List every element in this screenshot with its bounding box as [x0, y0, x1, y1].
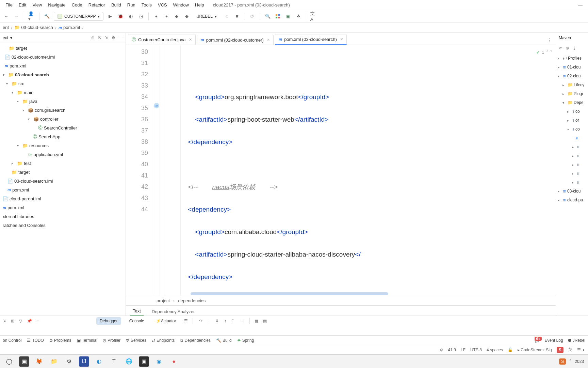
maven-deps[interactable]: Depe [574, 100, 584, 105]
tab-pom-03[interactable]: mpom.xml (03-cloud-search)× [275, 34, 347, 45]
menu-build[interactable]: Build [109, 1, 124, 9]
menu-refactor[interactable]: Refactor [86, 1, 108, 9]
run-to-cursor-icon[interactable]: →| [239, 319, 244, 323]
jrebel-ico-2[interactable]: ● [163, 13, 170, 20]
maven-dep-3[interactable]: co [575, 127, 580, 132]
grid-icon[interactable] [275, 13, 281, 20]
tree-target[interactable]: target [16, 46, 27, 51]
jrebel-combo[interactable]: JREBEL ▾ [194, 12, 220, 21]
dependencies-button[interactable]: ⧉ Dependencies [180, 338, 211, 343]
ime-badge[interactable]: S [557, 347, 564, 353]
leaf-icon[interactable]: ☘ [295, 13, 302, 20]
tray-date[interactable]: 2023 [575, 359, 584, 364]
start-icon[interactable]: ◯ [4, 356, 14, 367]
maven-dep-1[interactable]: co [575, 109, 580, 114]
cursor-pos[interactable]: 41:9 [448, 348, 456, 352]
tree-pom3[interactable]: pom.xml [7, 205, 24, 210]
problems-widget[interactable]: ✔1˄˅ [536, 47, 552, 58]
tree-main[interactable]: main [24, 90, 33, 95]
tree-pom2[interactable]: pom.xml [12, 187, 29, 193]
tree-resources[interactable]: resources [29, 143, 49, 148]
version-control-button[interactable]: on Control [3, 338, 21, 343]
trace-icon[interactable]: ▤ [263, 319, 267, 323]
nav-back-icon[interactable]: ← [3, 13, 10, 20]
ime-pin[interactable]: ☰ ⚬ [577, 348, 585, 352]
attach-icon[interactable]: ⎋ [224, 13, 230, 20]
override-icon[interactable]: o↑ [154, 103, 159, 108]
rec-icon[interactable]: ● [169, 356, 179, 367]
tab-pom-02[interactable]: mpom.xml (02-cloud-customer)× [197, 35, 274, 45]
tray-wps-icon[interactable]: S [559, 358, 566, 365]
intellij-icon[interactable]: IJ [79, 356, 89, 367]
tree-target2[interactable]: target [18, 170, 30, 175]
menu-view[interactable]: View [30, 1, 45, 9]
menu-vcs[interactable]: VCS [155, 1, 170, 9]
add-icon[interactable]: + [37, 319, 39, 323]
line-sep[interactable]: LF [461, 348, 466, 352]
close-icon[interactable]: × [340, 36, 343, 42]
files-icon[interactable]: 📁 [49, 356, 59, 367]
endpoints-button[interactable]: ⇄ Endpoints [152, 338, 175, 343]
tree-iml3[interactable]: 03-cloud-search.iml [14, 179, 53, 184]
menu-run[interactable]: Run [125, 1, 138, 9]
maven-03[interactable]: 03-clou [567, 189, 581, 194]
menu-code[interactable]: Code [69, 1, 85, 9]
tab-customer-controller[interactable]: ⓒCustomerController.java× [128, 34, 196, 45]
globe-icon[interactable]: 🌐 [124, 356, 134, 367]
tree-module-03[interactable]: 03-cloud-search [15, 72, 49, 77]
spring-button[interactable]: ☘ Spring [237, 338, 254, 343]
stop-icon[interactable]: ■ [234, 13, 241, 20]
problems-button[interactable]: ⊘ Problems [49, 338, 71, 343]
crumb-1[interactable]: ent [3, 25, 9, 30]
jrebel-button[interactable]: ⬢ JRebel [568, 338, 585, 343]
encoding[interactable]: UTF-8 [470, 348, 482, 352]
indent[interactable]: 4 spaces [487, 348, 503, 352]
tree-pkg[interactable]: com.glls.search [35, 108, 65, 113]
locate-icon[interactable]: ⊕ [91, 35, 95, 40]
reload-icon[interactable]: ⟳ [559, 46, 562, 50]
translate-icon[interactable]: 文A [310, 13, 317, 20]
maven-profiles[interactable]: Profiles [568, 56, 582, 61]
horizontal-scrollbar[interactable] [191, 292, 550, 296]
run-icon[interactable]: ▶ [107, 13, 114, 20]
maven-01[interactable]: 01-clou [567, 65, 581, 70]
edge-icon[interactable]: ◉ [154, 356, 164, 367]
debugger-tab[interactable]: Debugger [96, 317, 121, 325]
threads-icon[interactable]: ☰ [184, 319, 188, 323]
tree-searchapp[interactable]: SearchApp [38, 134, 60, 139]
tree-parent[interactable]: cloud-parent.iml [10, 196, 41, 201]
download-icon[interactable]: ⭳ [572, 46, 576, 50]
menu-window[interactable]: Window [170, 1, 192, 9]
crumb-deps[interactable]: dependencies [178, 298, 206, 303]
app-1-icon[interactable]: ⚙ [64, 356, 74, 367]
crumb-3[interactable]: mpom.xml [59, 25, 80, 30]
profiler-button[interactable]: ◷ Profiler [103, 338, 120, 343]
tree-java[interactable]: java [29, 99, 37, 104]
menu-help[interactable]: Help [192, 1, 207, 9]
offline-icon[interactable]: ⊘ [440, 348, 443, 352]
tree-iml[interactable]: 02-cloud-customer.iml [12, 55, 55, 60]
tab-dependency-analyzer[interactable]: Dependency Analyzer [149, 308, 197, 316]
browser-icon[interactable]: ◐ [94, 356, 104, 367]
maven-lifecycle[interactable]: Lifecy [574, 82, 584, 87]
coverage-icon[interactable]: ◐ [127, 13, 134, 20]
terminal-button[interactable]: ▣ Terminal [77, 338, 97, 343]
evaluate-icon[interactable]: ▦ [255, 319, 258, 323]
tab-text[interactable]: Text [130, 307, 144, 316]
step-over-icon[interactable]: ↷ [199, 319, 202, 323]
tree-extlib[interactable]: xternal Libraries [3, 214, 34, 219]
editor-content[interactable]: ✔1˄˅ <groupId>org.springframework.boot</… [160, 45, 556, 296]
maven-plugins[interactable]: Plugi [574, 91, 583, 96]
tree-src[interactable]: src [18, 81, 24, 86]
tree-appyml[interactable]: application.yml [34, 152, 63, 157]
codestream[interactable]: ▸ CodeStream: Sig [518, 348, 552, 352]
step-into-icon[interactable]: ↓ [208, 319, 210, 323]
minimize-icon[interactable]: — [578, 2, 583, 7]
line-gutter[interactable]: 303132333435363738394041424344 [126, 45, 153, 296]
todo-button[interactable]: ☰ TODO [27, 338, 44, 343]
cmd-icon[interactable]: ▣ [139, 356, 149, 367]
db-icon[interactable]: ▣ [285, 13, 292, 20]
jrebel-ico-4[interactable]: ◆ [183, 13, 190, 20]
crumb-2[interactable]: 📁03-cloud-search [14, 25, 53, 30]
pin-icon[interactable]: 📌 [27, 319, 32, 323]
